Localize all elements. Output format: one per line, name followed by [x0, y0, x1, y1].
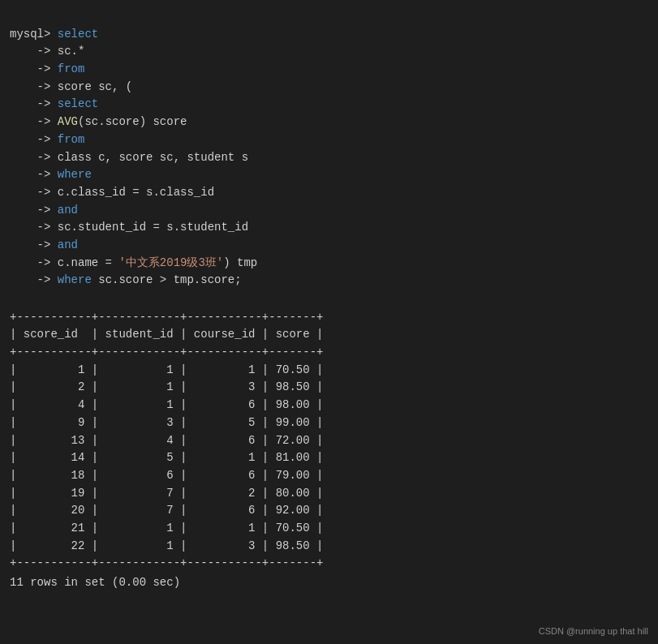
query-line-1: mysql> select: [10, 28, 98, 41]
terminal: mysql> select -> sc.* -> from -> score s…: [10, 8, 648, 589]
table-row: | 19 | 7 | 2 | 80.00 |: [10, 485, 648, 503]
table-row: | 20 | 7 | 6 | 92.00 |: [10, 502, 648, 520]
query-line-4: -> score sc, (: [10, 80, 132, 93]
query-line-2: -> sc.*: [10, 45, 84, 58]
query-line-12: -> sc.student_id = s.student_id: [10, 221, 248, 234]
query-line-3: -> from: [10, 62, 84, 75]
query-line-9: -> where: [10, 168, 92, 181]
table-row: | 18 | 6 | 6 | 79.00 |: [10, 467, 648, 485]
table-row: | 2 | 1 | 3 | 98.50 |: [10, 379, 648, 397]
query-line-15: -> where sc.score > tmp.score;: [10, 273, 242, 286]
table-row: | 14 | 5 | 1 | 81.00 |: [10, 449, 648, 467]
result-footer: 11 rows in set (0.00 sec): [10, 576, 648, 589]
table-row: | 22 | 1 | 3 | 98.50 |: [10, 538, 648, 556]
table-separator-top: +-----------+------------+-----------+--…: [10, 309, 648, 327]
query-line-11: -> and: [10, 204, 78, 217]
query-line-14: -> c.name = '中文系2019级3班') tmp: [10, 256, 257, 269]
table-header: | score_id | student_id | course_id | sc…: [10, 326, 648, 344]
query-line-7: -> from: [10, 133, 84, 146]
result-table: +-----------+------------+-----------+--…: [10, 309, 648, 573]
table-row: | 13 | 4 | 6 | 72.00 |: [10, 432, 648, 450]
query-line-5: -> select: [10, 97, 98, 110]
query-line-8: -> class c, score sc, student s: [10, 151, 248, 164]
table-separator-header: +-----------+------------+-----------+--…: [10, 344, 648, 362]
table-row: | 21 | 1 | 1 | 70.50 |: [10, 520, 648, 538]
query-line-13: -> and: [10, 238, 78, 251]
query-line-6: -> AVG(sc.score) score: [10, 115, 187, 128]
watermark-text: CSDN @running up that hill: [539, 626, 648, 636]
table-row: | 1 | 1 | 1 | 70.50 |: [10, 362, 648, 380]
query-block: mysql> select -> sc.* -> from -> score s…: [10, 8, 648, 307]
table-separator-bottom: +-----------+------------+-----------+--…: [10, 555, 648, 573]
table-row: | 9 | 3 | 5 | 99.00 |: [10, 414, 648, 432]
table-row: | 4 | 1 | 6 | 98.00 |: [10, 397, 648, 414]
query-line-10: -> c.class_id = s.class_id: [10, 186, 214, 199]
